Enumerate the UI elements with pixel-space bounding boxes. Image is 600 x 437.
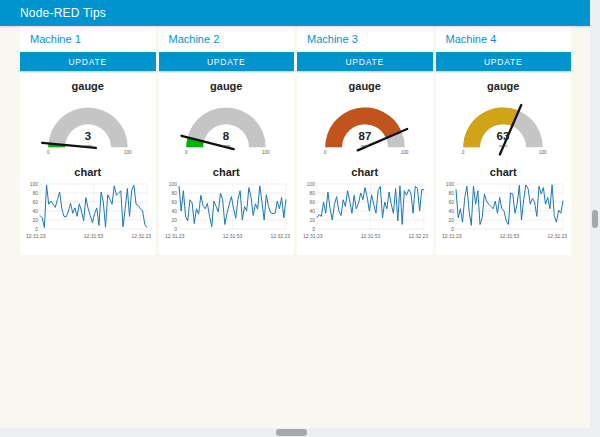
svg-text:12:32:23: 12:32:23 (409, 233, 429, 239)
svg-text:100: 100 (30, 181, 39, 187)
svg-text:80: 80 (171, 190, 177, 196)
svg-text:80: 80 (310, 190, 316, 196)
svg-text:8: 8 (223, 130, 230, 142)
chart: 02040608010012:31:2312:31:5312:32:23 (436, 180, 572, 243)
chart-svg: 02040608010012:31:2312:31:5312:32:23 (162, 180, 291, 243)
svg-text:87: 87 (358, 130, 371, 142)
chart-svg: 02040608010012:31:2312:31:5312:32:23 (300, 180, 429, 243)
svg-text:63: 63 (497, 130, 510, 142)
svg-text:100: 100 (307, 181, 316, 187)
chart-svg: 02040608010012:31:2312:31:5312:32:23 (439, 180, 568, 243)
svg-text:units: units (84, 143, 92, 148)
svg-text:0: 0 (47, 150, 50, 155)
machine-card: Machine 1 UPDATE gauge 3units0100 chart … (20, 26, 156, 255)
svg-text:0: 0 (324, 150, 327, 155)
svg-text:0: 0 (35, 226, 38, 232)
svg-text:40: 40 (33, 208, 39, 214)
machine-title: Machine 2 (159, 26, 295, 52)
update-button[interactable]: UPDATE (159, 52, 295, 71)
chart-widget: chart 02040608010012:31:2312:31:5312:32:… (436, 166, 572, 243)
update-button[interactable]: UPDATE (297, 52, 433, 71)
machine-card: Machine 2 UPDATE gauge 8units0100 chart … (159, 26, 295, 255)
svg-text:0: 0 (312, 226, 315, 232)
dashboard: Machine 1 UPDATE gauge 3units0100 chart … (20, 26, 571, 255)
svg-text:12:32:23: 12:32:23 (270, 233, 290, 239)
chart-title: chart (436, 166, 572, 178)
svg-text:40: 40 (310, 208, 316, 214)
svg-text:0: 0 (185, 150, 188, 155)
gauge: 3units0100 (20, 93, 156, 159)
gauge-title: gauge (297, 80, 433, 92)
chart-title: chart (297, 166, 433, 178)
svg-text:20: 20 (171, 217, 177, 223)
chart-title: chart (159, 166, 295, 178)
svg-text:12:31:23: 12:31:23 (442, 233, 462, 239)
svg-text:units: units (361, 143, 369, 148)
vertical-scrollbar-thumb[interactable] (592, 210, 598, 228)
update-button[interactable]: UPDATE (20, 52, 156, 71)
gauge-title: gauge (20, 80, 156, 92)
gauge: 8units0100 (159, 93, 295, 159)
svg-text:0: 0 (462, 150, 465, 155)
svg-text:100: 100 (168, 181, 177, 187)
svg-text:100: 100 (401, 150, 409, 155)
update-button[interactable]: UPDATE (436, 52, 572, 71)
svg-text:100: 100 (124, 150, 132, 155)
chart: 02040608010012:31:2312:31:5312:32:23 (20, 180, 156, 243)
svg-text:units: units (222, 143, 230, 148)
svg-text:20: 20 (33, 217, 39, 223)
chart-widget: chart 02040608010012:31:2312:31:5312:32:… (20, 166, 156, 243)
svg-text:12:31:53: 12:31:53 (84, 233, 104, 239)
svg-text:100: 100 (445, 181, 454, 187)
gauge: 87units0100 (297, 93, 433, 159)
svg-text:20: 20 (310, 217, 316, 223)
svg-text:units: units (499, 143, 507, 148)
svg-text:40: 40 (448, 208, 454, 214)
chart-widget: chart 02040608010012:31:2312:31:5312:32:… (297, 166, 433, 243)
chart-title: chart (20, 166, 156, 178)
svg-text:80: 80 (33, 190, 39, 196)
svg-text:12:31:53: 12:31:53 (223, 233, 243, 239)
machine-title: Machine 3 (297, 26, 433, 52)
gauge-widget: gauge 8units0100 (159, 80, 295, 159)
gauge-svg: 87units0100 (312, 93, 418, 159)
svg-text:0: 0 (174, 226, 177, 232)
svg-text:100: 100 (539, 150, 547, 155)
svg-text:80: 80 (448, 190, 454, 196)
gauge-widget: gauge 3units0100 (20, 80, 156, 159)
chart-widget: chart 02040608010012:31:2312:31:5312:32:… (159, 166, 295, 243)
horizontal-scrollbar[interactable] (0, 428, 600, 437)
svg-text:60: 60 (171, 199, 177, 205)
svg-text:0: 0 (451, 226, 454, 232)
app-header: Node-RED Tips (0, 0, 590, 26)
machine-title: Machine 1 (20, 26, 156, 52)
gauge: 63units0100 (436, 93, 572, 159)
svg-text:60: 60 (310, 199, 316, 205)
svg-text:20: 20 (448, 217, 454, 223)
gauge-svg: 63units0100 (450, 93, 556, 159)
app-title: Node-RED Tips (20, 6, 106, 20)
svg-text:12:32:23: 12:32:23 (132, 233, 152, 239)
horizontal-scrollbar-thumb[interactable] (276, 429, 307, 436)
svg-text:3: 3 (85, 130, 91, 142)
svg-text:40: 40 (171, 208, 177, 214)
gauge-widget: gauge 87units0100 (297, 80, 433, 159)
chart: 02040608010012:31:2312:31:5312:32:23 (159, 180, 295, 243)
svg-text:60: 60 (448, 199, 454, 205)
chart-svg: 02040608010012:31:2312:31:5312:32:23 (23, 180, 152, 243)
gauge-svg: 8units0100 (173, 93, 279, 159)
svg-text:12:31:53: 12:31:53 (500, 233, 520, 239)
svg-text:12:31:23: 12:31:23 (165, 233, 185, 239)
gauge-title: gauge (436, 80, 572, 92)
vertical-scrollbar[interactable] (590, 0, 600, 437)
machine-card: Machine 3 UPDATE gauge 87units0100 chart… (297, 26, 433, 255)
machine-title: Machine 4 (436, 26, 572, 52)
svg-text:12:31:23: 12:31:23 (26, 233, 46, 239)
svg-text:100: 100 (262, 150, 270, 155)
svg-text:60: 60 (33, 199, 39, 205)
svg-text:12:31:23: 12:31:23 (303, 233, 323, 239)
svg-text:12:32:23: 12:32:23 (547, 233, 567, 239)
gauge-title: gauge (159, 80, 295, 92)
chart: 02040608010012:31:2312:31:5312:32:23 (297, 180, 433, 243)
gauge-widget: gauge 63units0100 (436, 80, 572, 159)
